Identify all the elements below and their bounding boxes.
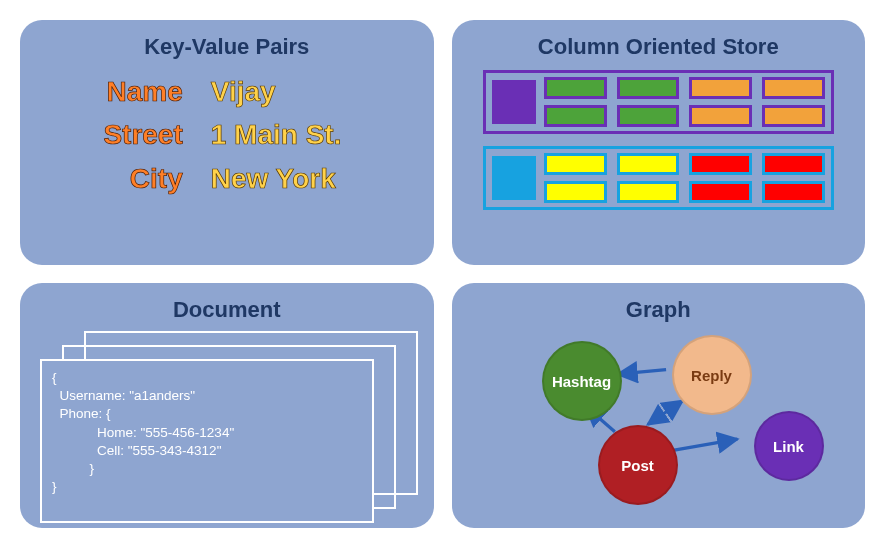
kv-key: City	[63, 157, 183, 200]
column-cell	[762, 153, 825, 175]
column-cell	[544, 105, 607, 127]
card-column-store: Column Oriented Store	[452, 20, 866, 265]
kv-row: Street 1 Main St.	[36, 113, 418, 156]
column-cells	[544, 153, 825, 203]
column-cell	[617, 153, 680, 175]
column-cell	[544, 153, 607, 175]
card-title: Graph	[468, 297, 850, 323]
kv-value: 1 Main St.	[211, 113, 391, 156]
column-cell	[762, 77, 825, 99]
document-page-front: { Username: "a1anders" Phone: { Home: "5…	[40, 359, 374, 523]
column-family-head	[492, 80, 536, 124]
column-cells	[544, 77, 825, 127]
column-cell	[617, 77, 680, 99]
graph-node-link: Link	[754, 411, 824, 481]
svg-line-0	[617, 370, 665, 375]
column-cell	[617, 105, 680, 127]
graph-node-reply: Reply	[672, 335, 752, 415]
column-cell	[689, 153, 752, 175]
kv-row: Name Vijay	[36, 70, 418, 113]
card-title: Key-Value Pairs	[36, 34, 418, 60]
kv-value: New York	[211, 157, 391, 200]
document-body: { Username: "a1anders" Phone: { Home: "5…	[42, 361, 372, 505]
card-title: Document	[36, 297, 418, 323]
column-cell	[544, 181, 607, 203]
kv-key: Street	[63, 113, 183, 156]
column-cell	[544, 77, 607, 99]
kv-rows: Name Vijay Street 1 Main St. City New Yo…	[36, 70, 418, 200]
graph-node-hashtag: Hashtag	[542, 341, 622, 421]
card-document: Document { Username: "a1anders" Phone: {…	[20, 283, 434, 528]
card-graph: Graph Hashtag Reply Post Link	[452, 283, 866, 528]
column-family	[483, 70, 834, 134]
kv-key: Name	[63, 70, 183, 113]
column-family	[483, 146, 834, 210]
column-cell	[689, 105, 752, 127]
document-stack: { Username: "a1anders" Phone: { Home: "5…	[40, 331, 412, 510]
column-family-head	[492, 156, 536, 200]
kv-row: City New York	[36, 157, 418, 200]
column-cell	[617, 181, 680, 203]
card-title: Column Oriented Store	[468, 34, 850, 60]
svg-line-2	[647, 401, 682, 425]
column-cell	[689, 181, 752, 203]
graph-area: Hashtag Reply Post Link	[468, 333, 850, 516]
graph-node-post: Post	[598, 425, 678, 505]
diagram-grid: Key-Value Pairs Name Vijay Street 1 Main…	[20, 20, 865, 528]
column-cell	[689, 77, 752, 99]
card-key-value: Key-Value Pairs Name Vijay Street 1 Main…	[20, 20, 434, 265]
column-cell	[762, 181, 825, 203]
column-cell	[762, 105, 825, 127]
kv-value: Vijay	[211, 70, 391, 113]
